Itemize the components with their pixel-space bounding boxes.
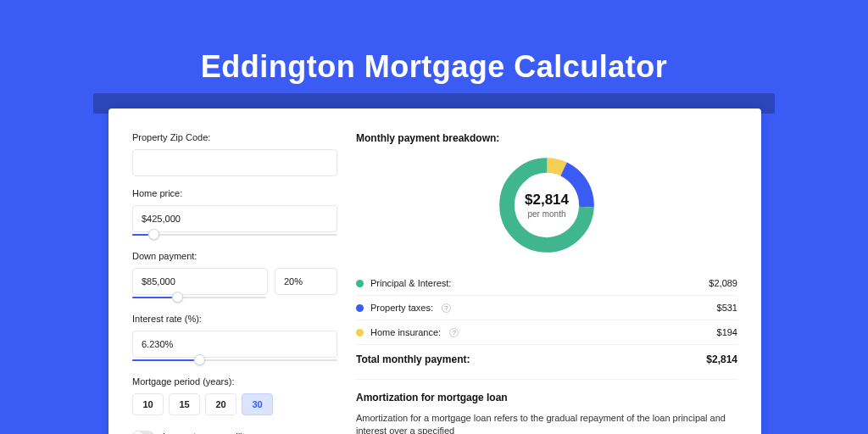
zip-field: Property Zip Code: bbox=[132, 132, 337, 176]
breakdown-panel: Monthly payment breakdown: $2,814 per mo… bbox=[356, 132, 737, 434]
veteran-toggle[interactable] bbox=[132, 431, 154, 434]
down-payment-input[interactable] bbox=[132, 268, 268, 295]
total-row: Total monthly payment: $2,814 bbox=[356, 344, 737, 376]
legend: Principal & Interest:$2,089Property taxe… bbox=[356, 271, 737, 344]
donut-chart: $2,814 per month bbox=[356, 153, 737, 258]
amortization-title: Amortization for mortgage loan bbox=[356, 392, 737, 403]
donut-amount: $2,814 bbox=[525, 192, 569, 209]
period-button-15[interactable]: 15 bbox=[169, 393, 200, 415]
info-icon[interactable]: ? bbox=[449, 328, 459, 337]
legend-value: $194 bbox=[717, 327, 737, 337]
home-price-label: Home price: bbox=[132, 188, 337, 198]
zip-input[interactable] bbox=[132, 149, 337, 176]
calculator-card: Property Zip Code: Home price: Down paym… bbox=[108, 108, 761, 434]
period-button-30[interactable]: 30 bbox=[242, 393, 273, 415]
interest-rate-input[interactable] bbox=[132, 331, 337, 358]
period-button-10[interactable]: 10 bbox=[132, 393, 164, 415]
total-label: Total monthly payment: bbox=[356, 353, 470, 365]
down-payment-label: Down payment: bbox=[132, 251, 337, 261]
legend-row: Principal & Interest:$2,089 bbox=[356, 271, 737, 295]
donut-center: $2,814 per month bbox=[525, 192, 569, 219]
slider-thumb[interactable] bbox=[194, 354, 205, 365]
form-panel: Property Zip Code: Home price: Down paym… bbox=[132, 132, 337, 434]
down-payment-slider[interactable] bbox=[132, 293, 266, 302]
legend-value: $2,089 bbox=[709, 278, 737, 288]
zip-label: Property Zip Code: bbox=[132, 132, 337, 142]
interest-rate-label: Interest rate (%): bbox=[132, 314, 337, 324]
legend-dot bbox=[356, 280, 364, 287]
legend-row: Property taxes:?$531 bbox=[356, 295, 737, 320]
legend-label: Home insurance: bbox=[370, 327, 441, 337]
page-root: Eddington Mortgage Calculator Property Z… bbox=[0, 0, 868, 434]
period-button-20[interactable]: 20 bbox=[205, 393, 236, 415]
legend-label: Principal & Interest: bbox=[370, 278, 451, 288]
interest-rate-slider[interactable] bbox=[132, 356, 337, 364]
divider bbox=[356, 379, 737, 380]
period-buttons: 10152030 bbox=[132, 393, 337, 415]
legend-dot bbox=[356, 304, 364, 312]
down-payment-pct-input[interactable] bbox=[275, 268, 337, 295]
mortgage-period-field: Mortgage period (years): 10152030 bbox=[132, 376, 337, 415]
total-value: $2,814 bbox=[706, 353, 737, 365]
interest-rate-field: Interest rate (%): bbox=[132, 314, 337, 364]
home-price-input[interactable] bbox=[132, 205, 337, 232]
breakdown-title: Monthly payment breakdown: bbox=[356, 132, 737, 144]
donut-subtext: per month bbox=[525, 209, 569, 219]
home-price-slider[interactable] bbox=[132, 231, 337, 239]
slider-thumb[interactable] bbox=[148, 229, 159, 240]
legend-dot bbox=[356, 329, 364, 337]
legend-value: $531 bbox=[717, 303, 737, 313]
amortization-text: Amortization for a mortgage loan refers … bbox=[356, 412, 737, 434]
home-price-field: Home price: bbox=[132, 188, 337, 239]
page-title: Eddington Mortgage Calculator bbox=[0, 0, 868, 85]
legend-label: Property taxes: bbox=[370, 303, 433, 313]
mortgage-period-label: Mortgage period (years): bbox=[132, 376, 337, 387]
down-payment-field: Down payment: bbox=[132, 251, 337, 302]
slider-thumb[interactable] bbox=[172, 292, 183, 303]
veteran-row: I am veteran or military bbox=[132, 431, 337, 434]
legend-row: Home insurance:?$194 bbox=[356, 320, 737, 344]
info-icon[interactable]: ? bbox=[442, 303, 451, 313]
